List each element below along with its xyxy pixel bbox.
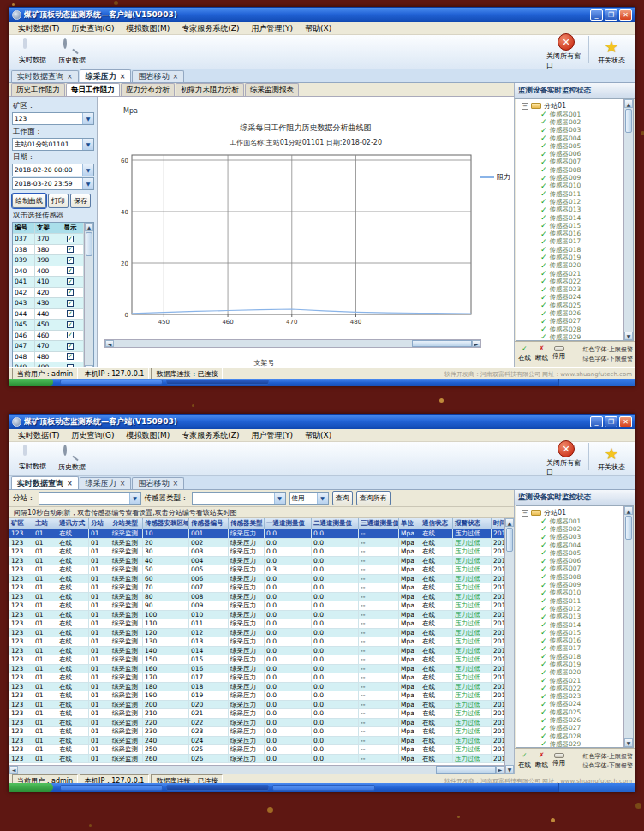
tree-sensor-node[interactable]: ✓传感器025 [522,708,623,716]
scroll-down-icon[interactable]: ▼ [624,332,633,340]
tree-sensor-node[interactable]: ✓传感器005 [522,142,623,150]
tree-sensor-node[interactable]: ✓传感器020 [522,669,623,677]
table-row[interactable]: 12301在线01综采监测60006综采压力0.00.0--Mpa在线压力过低2… [9,575,504,584]
history-data-button[interactable]: 历史数据 [52,443,92,475]
table-row[interactable]: 046460✓ [13,331,84,342]
checkbox[interactable]: ✓ [67,310,74,317]
tree-sensor-node[interactable]: ✓传感器029 [522,740,623,747]
maximize-button[interactable]: ❐ [605,416,617,427]
minimize-button[interactable]: _ [590,9,603,21]
tree-sensor-node[interactable]: ✓传感器012 [522,605,623,613]
menu-item-4[interactable]: 用户管理(Y) [247,429,299,442]
tree-sensor-node[interactable]: ✓传感器029 [522,333,623,340]
table-row[interactable]: 12301在线01综采监测100010综采压力0.00.0--Mpa在线压力过低… [9,611,504,620]
tree-sensor-node[interactable]: ✓传感器016 [522,230,623,237]
chevron-down-icon[interactable]: ▼ [82,164,93,176]
col-4[interactable]: 分站类型 [110,518,143,529]
menu-item-5[interactable]: 帮助(X) [300,429,337,442]
tab-1[interactable]: 综采压力× [80,69,132,82]
checkbox[interactable]: ✓ [67,236,74,242]
menu-item-3[interactable]: 专家服务系统(Z) [176,22,244,35]
tree-sensor-node[interactable]: ✓传感器022 [522,278,623,285]
print-button[interactable]: 打印 [48,194,69,208]
tree-sensor-node[interactable]: ✓传感器024 [522,294,623,302]
col-14[interactable]: 时间 [492,518,504,529]
tree-collapse-icon[interactable]: − [522,103,528,110]
tree-sensor-node[interactable]: ✓传感器004 [522,541,623,549]
close-all-windows-button[interactable]: ✕ 关闭所有窗口 [546,36,586,69]
table-row[interactable]: 12301在线01综采监测120012综采压力0.00.0--Mpa在线压力过低… [9,629,504,638]
checkbox[interactable]: ✓ [67,257,74,264]
table-row[interactable]: 048480✓ [13,352,84,363]
tree-sensor-node[interactable]: ✓传感器004 [522,135,623,142]
menu-item-1[interactable]: 历史查询(G) [67,429,120,442]
menu-item-2[interactable]: 模拟数图(M) [122,22,176,35]
scroll-thumb[interactable] [86,232,92,256]
table-row[interactable]: 12301在线01综采监测110011综采压力0.00.0--Mpa在线压力过低… [9,619,504,629]
scroll-left-icon[interactable]: ◄ [105,340,114,347]
menu-item-3[interactable]: 专家服务系统(Z) [176,429,244,442]
tree-sensor-node[interactable]: ✓传感器012 [522,198,623,206]
table-row[interactable]: 037370✓ [13,234,84,245]
tree-sensor-node[interactable]: ✓传感器017 [522,238,623,246]
tree-sensor-node[interactable]: ✓传感器014 [522,214,623,222]
table-row[interactable]: 12301在线01综采监测200020综采压力0.00.0--Mpa在线压力过低… [9,701,504,710]
tree-sensor-node[interactable]: ✓传感器002 [522,118,623,126]
chevron-down-icon[interactable]: ▼ [82,113,93,124]
tab-close-icon[interactable]: × [172,73,178,81]
close-button[interactable]: ✕ [619,416,632,427]
table-row[interactable]: 043430✓ [13,298,84,309]
col-10[interactable]: 三通道测量值 [359,518,399,529]
chevron-down-icon[interactable]: ▼ [274,493,285,504]
table-row[interactable]: 042420✓ [13,288,84,299]
tree-sensor-node[interactable]: ✓传感器015 [522,629,623,637]
tree-sensor-node[interactable]: ✓传感器023 [522,693,623,701]
tab-close-icon[interactable]: × [172,480,178,487]
tab-0[interactable]: 实时数据查询× [11,476,79,489]
table-row[interactable]: 047470✓ [13,341,84,352]
tree-sensor-node[interactable]: ✓传感器006 [522,557,623,565]
checkbox[interactable]: ✓ [67,278,74,285]
scroll-thumb[interactable] [625,109,632,133]
taskbar-item[interactable] [60,785,163,791]
tree-sensor-node[interactable]: ✓传感器010 [522,589,623,597]
tab-close-icon[interactable]: × [67,73,73,81]
table-row[interactable]: 12301在线01综采监测90009综采压力0.00.0--Mpa在线压力过低2… [9,601,504,611]
tree-scrollbar[interactable]: ▲ ▼ [623,99,633,340]
subtab-4[interactable]: 综采监测报表 [245,83,299,96]
table-row[interactable]: 12301在线01综采监测160016综采压力0.00.0--Mpa在线压力过低… [9,665,504,674]
switch-status-button[interactable]: ★ 开关状态 [592,36,631,69]
checkbox[interactable]: ✓ [67,343,74,350]
table-row[interactable]: 12301在线01综采监测140014综采压力0.00.0--Mpa在线压力过低… [9,647,504,656]
workface-select[interactable]: 主站01分站01101▼ [12,138,94,151]
close-all-windows-button[interactable]: ✕ 关闭所有窗口 [546,443,586,475]
tab-close-icon[interactable]: × [120,480,126,487]
col-12[interactable]: 通信状态 [420,518,453,529]
query-all-button[interactable]: 查询所有 [356,491,391,505]
scroll-down-icon[interactable]: ▼ [624,738,633,747]
scroll-left-icon[interactable]: ◄ [9,766,18,774]
tree-sensor-node[interactable]: ✓传感器027 [522,318,623,326]
col-5[interactable]: 传感器安装区域 [143,518,189,529]
table-row[interactable]: 12301在线01综采监测10001综采压力0.00.0--Mpa在线压力过低2… [9,529,504,539]
table-row[interactable]: 12301在线01综采监测50005综采压力0.30.0--Mpa在线压力过低2… [9,565,504,575]
tree-sensor-node[interactable]: ✓传感器009 [522,174,623,182]
checkbox[interactable]: ✓ [67,321,74,328]
scroll-thumb[interactable] [506,528,513,552]
chart-horizontal-scrollbar[interactable]: ◄ ► [104,339,481,348]
tree-station-node[interactable]: −分站01 [522,101,623,111]
table-horizontal-scrollbar[interactable]: ◄► [9,765,504,774]
scroll-up-icon[interactable]: ▲ [624,99,633,108]
col-0[interactable]: 矿区 [9,518,33,529]
tree-sensor-node[interactable]: ✓传感器008 [522,573,623,581]
tree-sensor-node[interactable]: ✓传感器017 [522,645,623,653]
menu-item-1[interactable]: 历史查询(G) [67,22,120,35]
start-button[interactable] [9,783,53,792]
title-bar[interactable]: 煤矿顶板动态监测系统—客户端(V150903) _ ❐ ✕ [9,415,635,429]
use-select[interactable]: 使用▼ [289,492,329,505]
chevron-down-icon[interactable]: ▼ [129,493,140,504]
checkbox[interactable]: ✓ [67,267,74,274]
tree-sensor-node[interactable]: ✓传感器021 [522,270,623,278]
tree-sensor-node[interactable]: ✓传感器013 [522,613,623,621]
query-button[interactable]: 查询 [332,491,353,505]
